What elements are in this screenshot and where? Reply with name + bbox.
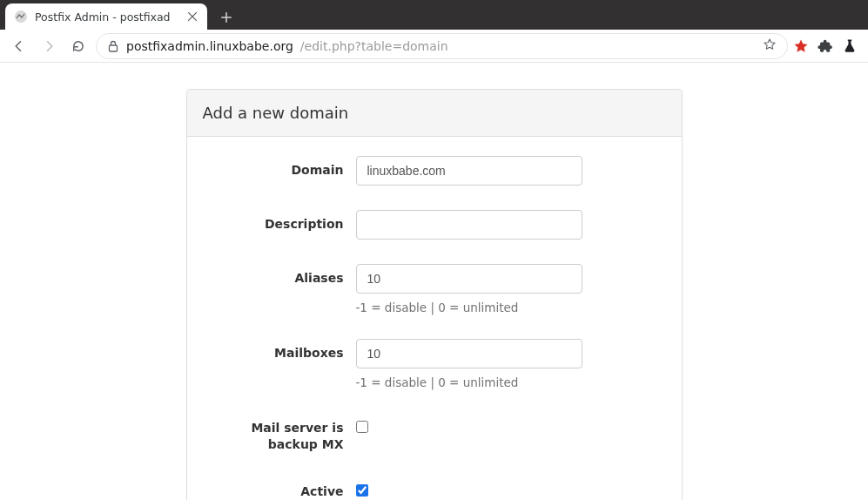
label-description: Description <box>208 210 356 233</box>
active-checkbox[interactable] <box>356 484 368 497</box>
extensions-icon[interactable] <box>818 38 833 54</box>
label-aliases: Aliases <box>208 264 356 287</box>
row-active: Active <box>208 477 661 500</box>
domain-input[interactable] <box>356 156 582 186</box>
label-domain: Domain <box>208 156 356 179</box>
description-input[interactable] <box>356 210 582 240</box>
back-button[interactable] <box>7 34 31 58</box>
lock-icon <box>107 40 119 52</box>
browser-toolbar: postfixadmin.linuxbabe.org/edit.php?tabl… <box>0 30 868 63</box>
mailboxes-help-text: -1 = disable | 0 = unlimited <box>356 375 661 389</box>
svg-rect-1 <box>110 45 118 51</box>
bookmark-star-icon[interactable] <box>763 37 777 54</box>
red-star-icon[interactable] <box>793 38 809 54</box>
reload-button[interactable] <box>66 34 91 58</box>
close-icon[interactable] <box>186 10 198 23</box>
row-mailboxes: Mailboxes -1 = disable | 0 = unlimited <box>208 339 661 389</box>
row-backupmx: Mail server is backup MX <box>208 414 661 453</box>
address-bar[interactable]: postfixadmin.linuxbabe.org/edit.php?tabl… <box>96 33 788 59</box>
favicon-icon <box>14 10 28 24</box>
browser-tab[interactable]: Postfix Admin - postfixad <box>5 3 207 30</box>
aliases-help-text: -1 = disable | 0 = unlimited <box>356 301 661 314</box>
row-aliases: Aliases -1 = disable | 0 = unlimited <box>208 264 661 314</box>
label-mailboxes: Mailboxes <box>208 339 356 361</box>
page-viewport: Add a new domain Domain Description Alia… <box>0 63 868 500</box>
label-backupmx: Mail server is backup MX <box>208 414 356 453</box>
panel-title: Add a new domain <box>187 90 682 137</box>
panel-body: Domain Description Aliases -1 = disable … <box>187 137 682 500</box>
new-tab-button[interactable] <box>214 5 239 30</box>
flask-icon[interactable] <box>842 38 858 54</box>
mailboxes-input[interactable] <box>356 339 582 368</box>
tab-title: Postfix Admin - postfixad <box>35 10 179 24</box>
add-domain-panel: Add a new domain Domain Description Alia… <box>186 89 683 500</box>
url-host: postfixadmin.linuxbabe.org <box>126 39 293 53</box>
url-path: /edit.php?table=domain <box>300 39 448 53</box>
row-description: Description <box>208 210 661 240</box>
backupmx-checkbox[interactable] <box>356 421 368 433</box>
label-active: Active <box>208 477 356 500</box>
row-domain: Domain <box>208 156 661 186</box>
browser-tabstrip: Postfix Admin - postfixad <box>0 0 868 30</box>
toolbar-right <box>793 38 861 54</box>
forward-button[interactable] <box>37 34 61 58</box>
aliases-input[interactable] <box>356 264 582 294</box>
